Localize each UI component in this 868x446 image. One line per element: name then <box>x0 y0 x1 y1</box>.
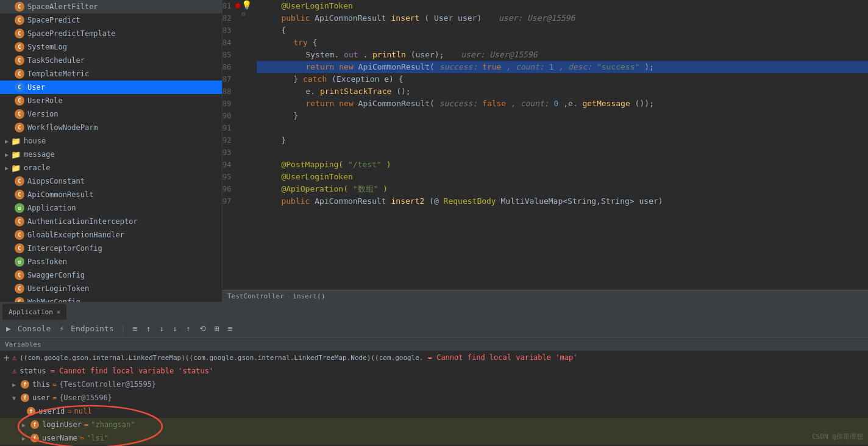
toolbar-btn-down2[interactable]: ↓ <box>170 323 180 334</box>
sidebar-item-version[interactable]: C Version <box>0 107 222 121</box>
var-eq-this: = <box>52 380 57 389</box>
folder-oracle[interactable]: ▶ 📁 oracle <box>0 161 222 174</box>
toolbar-btn-grid[interactable]: ⊞ <box>212 323 222 334</box>
breadcrumb-bar: TestController › insert() <box>222 290 868 302</box>
class-icon: C <box>15 284 24 293</box>
num-0: 0 <box>554 99 559 108</box>
toolbar-btn-down1[interactable]: ↓ <box>157 323 166 334</box>
code-lines: @UserLoginToken public ApiCommonResult i… <box>252 0 868 290</box>
folder-label: oracle <box>24 164 50 172</box>
sidebar: C SpaceAlertFilter C SpacePredict C Spac… <box>0 0 222 302</box>
toolbar-btn-refresh[interactable]: ⟲ <box>197 323 208 334</box>
class-icon: C <box>15 190 24 200</box>
sidebar-item-passtoken[interactable]: ✿ PassToken <box>0 255 222 268</box>
sidebar-item-systemlog[interactable]: C SystemLog <box>0 40 222 54</box>
sidebar-item-interceptorconfig[interactable]: C InterceptorConfig <box>0 242 222 255</box>
toolbar-btn-up2[interactable]: ↑ <box>183 323 193 334</box>
true-span: true <box>482 62 501 71</box>
class-icon: C <box>15 123 24 132</box>
param-span: user) <box>458 13 482 23</box>
add-variable-btn[interactable]: + <box>2 351 11 365</box>
console-icon: ▶ <box>6 324 11 333</box>
line-num-85: 85 <box>222 49 235 61</box>
code-text: @UserLoginToken <box>281 171 352 183</box>
line-num-83: 83 <box>222 24 235 37</box>
class-icon: C <box>15 109 24 119</box>
sidebar-item-label: InterceptorConfig <box>27 244 102 253</box>
folder-house[interactable]: ▶ 📁 house <box>0 134 222 148</box>
annotation-apioperation: @ApiOperation( <box>281 184 348 193</box>
sidebar-item-webmvcconfig[interactable]: C WebMvcConfig <box>0 295 222 302</box>
line-num-91: 91 <box>222 122 235 134</box>
catch-param: (Exception e) { <box>332 74 403 84</box>
sidebar-item-label: SpaceAlertFilter <box>27 2 98 11</box>
tab-bar: Application × <box>0 303 868 320</box>
sidebar-item-userrole[interactable]: C UserRole <box>0 94 222 107</box>
expand-icon: ▶ <box>5 138 9 145</box>
sidebar-item-spacealertfilter[interactable]: C SpaceAlertFilter <box>0 0 222 13</box>
top-area: C SpaceAlertFilter C SpacePredict C Spac… <box>0 0 868 302</box>
kw-return: return <box>305 62 339 71</box>
line-num-90: 90 <box>222 110 235 122</box>
method-insert2: insert2 <box>391 196 424 206</box>
expand-user[interactable]: ▼ <box>12 395 18 401</box>
folder-label: house <box>24 137 46 145</box>
sidebar-item-spacepredicttemplate[interactable]: C SpacePredictTemplate <box>0 27 222 40</box>
sidebar-item-label: Application <box>27 204 76 212</box>
sidebar-item-workflownodeparm[interactable]: C WorkflowNodeParm <box>0 121 222 134</box>
str-success: "success" <box>597 62 639 71</box>
sidebar-item-swaggerconfig[interactable]: C SwaggerConfig <box>0 268 222 282</box>
sidebar-item-user[interactable]: C User <box>0 81 222 94</box>
sidebar-item-userlogintoken[interactable]: C UserLoginToken <box>0 282 222 295</box>
sidebar-item-label: SwaggerConfig <box>27 271 85 279</box>
code-line-83: { <box>257 24 868 37</box>
endpoints-label: Endpoints <box>71 324 113 333</box>
sidebar-item-label: GloablExceptionHandler <box>27 231 124 239</box>
class-icon: C <box>15 217 24 226</box>
toolbar-btn-up1[interactable]: ↑ <box>144 323 154 334</box>
sidebar-item-application[interactable]: ✿ Application <box>0 201 222 215</box>
expand-username[interactable]: ▶ <box>22 435 28 442</box>
breadcrumb-file: TestController <box>227 292 284 300</box>
tab-close-icon[interactable]: × <box>57 308 61 316</box>
code-text: System. out . println (user); user: User… <box>305 49 537 61</box>
code-line-90: } <box>257 110 868 122</box>
sidebar-item-taskscheduler[interactable]: C TaskScheduler <box>0 54 222 67</box>
console-btn[interactable]: ▶ Console <box>4 323 53 334</box>
toolbar-btn-list[interactable]: ≡ <box>226 323 235 334</box>
folder-message[interactable]: ▶ 📁 message <box>0 148 222 161</box>
sidebar-item-spacepredict[interactable]: C SpacePredict <box>0 13 222 27</box>
type-span: ApiCommonResult <box>315 13 391 23</box>
toolbar-btn-1[interactable]: ≡ <box>130 323 140 334</box>
code-line-94: @PostMapping( "/test" ) <box>257 159 868 171</box>
code-text: { <box>281 24 286 37</box>
var-val-loginuser: "zhangsan" <box>91 420 135 429</box>
expand-loginuser[interactable]: ▶ <box>22 422 28 428</box>
var-icon-user: f <box>21 394 29 402</box>
sidebar-item-apicommonresult[interactable]: C ApiCommonResult <box>0 188 222 201</box>
var-val-username: "lsi" <box>87 434 108 442</box>
folder-label: message <box>24 150 55 159</box>
endpoints-btn[interactable]: ⚡ Endpoints <box>57 323 116 334</box>
annotation-postmapping: @PostMapping( <box>281 160 343 169</box>
code-line-88: e. printStackTrace (); <box>257 85 868 98</box>
getmessage: ,e. <box>563 99 577 108</box>
code-text: } <box>281 134 286 146</box>
annotation-close2: ) <box>383 184 388 193</box>
sidebar-item-aiopsconstant[interactable]: C AiopsConstant <box>0 174 222 188</box>
line-num-88: 88 <box>222 85 235 98</box>
code-text <box>281 146 286 159</box>
line-num-97: 97 <box>222 195 235 207</box>
bottom-panel: Application × ▶ Console ⚡ Endpoints | ≡ … <box>0 302 868 446</box>
tab-application[interactable]: Application × <box>2 304 66 320</box>
sidebar-item-templatemetric[interactable]: C TemplateMetric <box>0 67 222 81</box>
class-icon: C <box>15 230 24 240</box>
sidebar-item-authenticationinterceptor[interactable]: C AuthenticationInterceptor <box>0 215 222 228</box>
hint-user: user: User@15596 <box>461 50 537 59</box>
sidebar-item-gloablexceptionhandler[interactable]: C GloablExceptionHandler <box>0 228 222 242</box>
plain-span: ( <box>424 13 429 23</box>
var-icon-username: f <box>30 434 39 442</box>
false-span: false <box>482 99 506 108</box>
expand-this[interactable]: ▶ <box>12 381 18 388</box>
hint-comma: , count: <box>506 62 549 71</box>
